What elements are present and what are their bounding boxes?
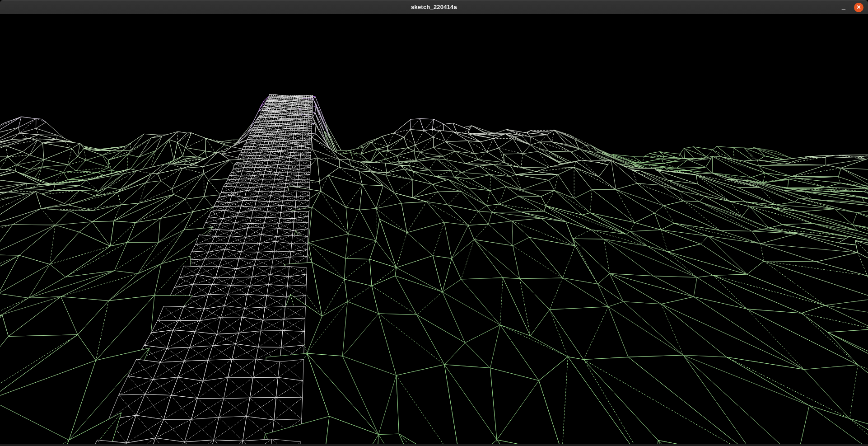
window-title: sketch_220414a	[0, 0, 868, 14]
minimize-button[interactable]: –	[840, 4, 848, 12]
app-window: sketch_220414a – ✕	[0, 0, 868, 446]
minimize-icon: –	[840, 6, 848, 11]
close-button[interactable]: ✕	[854, 3, 863, 12]
sketch-canvas	[0, 14, 868, 444]
sketch-viewport	[0, 14, 868, 444]
titlebar[interactable]: sketch_220414a – ✕	[0, 0, 868, 14]
window-controls: – ✕	[840, 0, 863, 14]
window-bottom-border	[0, 444, 868, 446]
close-icon: ✕	[856, 3, 861, 12]
